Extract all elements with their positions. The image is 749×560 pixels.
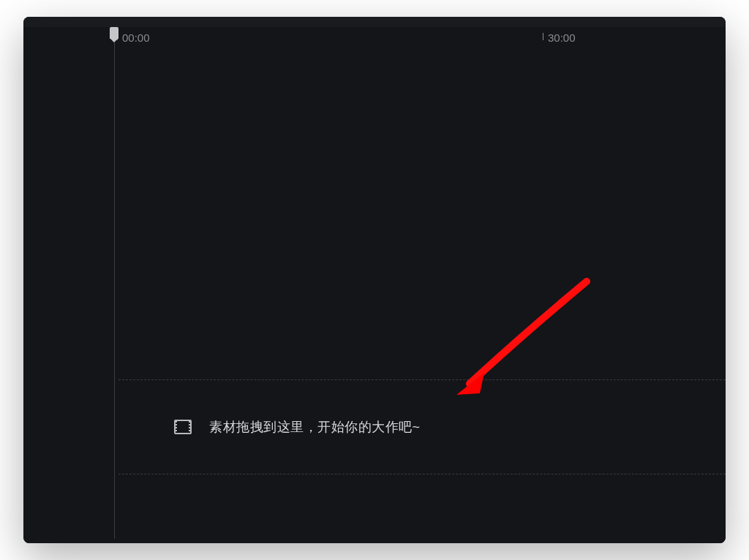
- time-label: 30:00: [548, 31, 576, 44]
- time-label: 00:00: [122, 31, 150, 44]
- timeline-tracks-area[interactable]: 素材拖拽到这里，开始你的大作吧~: [23, 48, 726, 543]
- time-marker: 00:00: [117, 27, 150, 48]
- media-drop-zone[interactable]: 素材拖拽到这里，开始你的大作吧~: [118, 379, 726, 474]
- timeline-ruler[interactable]: 00:00 30:00: [23, 27, 726, 48]
- film-icon: [174, 420, 192, 434]
- time-marker: 30:00: [543, 27, 576, 48]
- drop-hint-text: 素材拖拽到这里，开始你的大作吧~: [209, 418, 421, 436]
- window-titlebar: [23, 17, 726, 27]
- playhead-line: [114, 42, 115, 539]
- video-editor-timeline: 00:00 30:00 素材拖拽到这里，开始你的大作吧~: [23, 17, 726, 543]
- playhead-handle[interactable]: [110, 27, 120, 42]
